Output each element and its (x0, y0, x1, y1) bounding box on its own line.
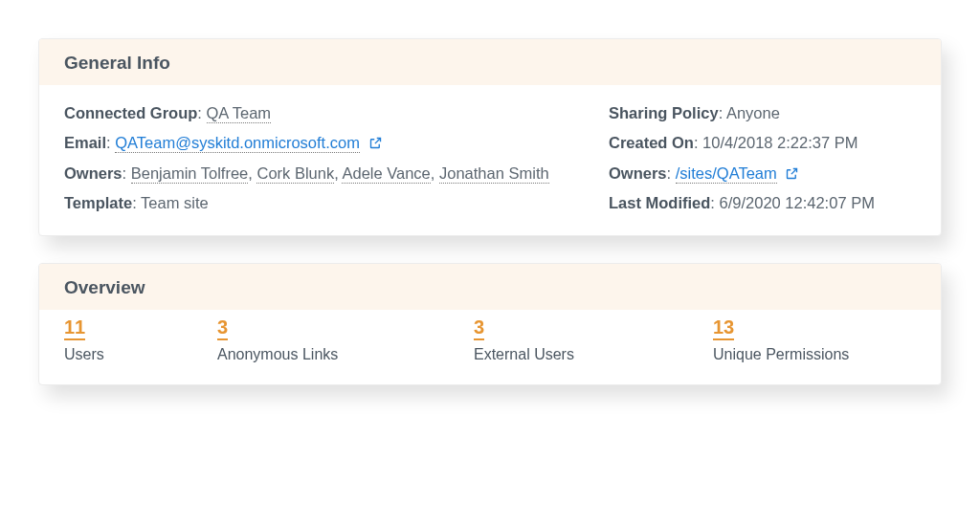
stat-unique-permissions[interactable]: 13 Unique Permissions (713, 316, 916, 363)
stat-value: 3 (474, 316, 484, 340)
overview-header: Overview (39, 264, 941, 310)
connected-group-row: Connected Group: QA Team (64, 98, 586, 128)
template-label: Template (64, 194, 132, 211)
stat-anonymous-links[interactable]: 3 Anonymous Links (217, 316, 474, 363)
stat-external-users[interactable]: 3 External Users (474, 316, 713, 363)
owner-link-3[interactable]: Jonathan Smith (439, 164, 549, 184)
connected-group-label: Connected Group (64, 104, 197, 121)
owners-url-row: Owners: /sites/QATeam (609, 159, 916, 188)
stat-label: Anonymous Links (217, 346, 474, 363)
overview-title: Overview (64, 277, 145, 297)
stat-label: Users (64, 346, 217, 363)
sharing-policy-value: Anyone (726, 104, 780, 121)
general-info-card: General Info Connected Group: QA Team Em… (38, 38, 942, 236)
created-on-label: Created On (609, 134, 694, 151)
stat-value: 13 (713, 316, 734, 340)
general-info-body: Connected Group: QA Team Email: QATeam@s… (39, 85, 941, 235)
template-row: Template: Team site (64, 188, 586, 218)
overview-card: Overview 11 Users 3 Anonymous Links 3 Ex… (38, 263, 942, 385)
external-link-icon[interactable] (785, 166, 799, 181)
owner-link-0[interactable]: Benjamin Tolfree (131, 164, 249, 184)
sharing-policy-label: Sharing Policy (609, 104, 719, 121)
owner-link-1[interactable]: Cork Blunk (256, 164, 334, 184)
sharing-policy-row: Sharing Policy: Anyone (609, 98, 916, 128)
last-modified-value: 6/9/2020 12:42:07 PM (720, 194, 875, 211)
owners-label: Owners (64, 164, 122, 182)
last-modified-label: Last Modified (609, 194, 710, 211)
overview-stats: 11 Users 3 Anonymous Links 3 External Us… (39, 310, 941, 384)
last-modified-row: Last Modified: 6/9/2020 12:42:07 PM (609, 188, 916, 218)
general-info-left-col: Connected Group: QA Team Email: QATeam@s… (64, 98, 586, 218)
owners-url-link[interactable]: /sites/QATeam (676, 164, 777, 184)
email-label: Email (64, 134, 106, 151)
created-on-value: 10/4/2018 2:22:37 PM (702, 134, 858, 151)
external-link-icon[interactable] (368, 136, 383, 150)
connected-group-link[interactable]: QA Team (207, 104, 272, 123)
stat-users[interactable]: 11 Users (64, 316, 217, 363)
owner-link-2[interactable]: Adele Vance (342, 164, 430, 184)
general-info-title: General Info (64, 53, 170, 73)
template-value: Team site (141, 194, 209, 211)
general-info-right-col: Sharing Policy: Anyone Created On: 10/4/… (609, 98, 916, 218)
owners-url-label: Owners (609, 164, 667, 182)
general-info-header: General Info (39, 39, 941, 85)
stat-value: 11 (64, 316, 85, 340)
stat-label: Unique Permissions (713, 346, 916, 363)
stat-label: External Users (474, 346, 713, 363)
email-row: Email: QATeam@syskitd.onmicrosoft.com (64, 128, 586, 158)
email-link[interactable]: QATeam@syskitd.onmicrosoft.com (115, 134, 360, 153)
owners-row: Owners: Benjamin Tolfree, Cork Blunk, Ad… (64, 159, 586, 188)
created-on-row: Created On: 10/4/2018 2:22:37 PM (609, 128, 916, 158)
stat-value: 3 (217, 316, 228, 340)
